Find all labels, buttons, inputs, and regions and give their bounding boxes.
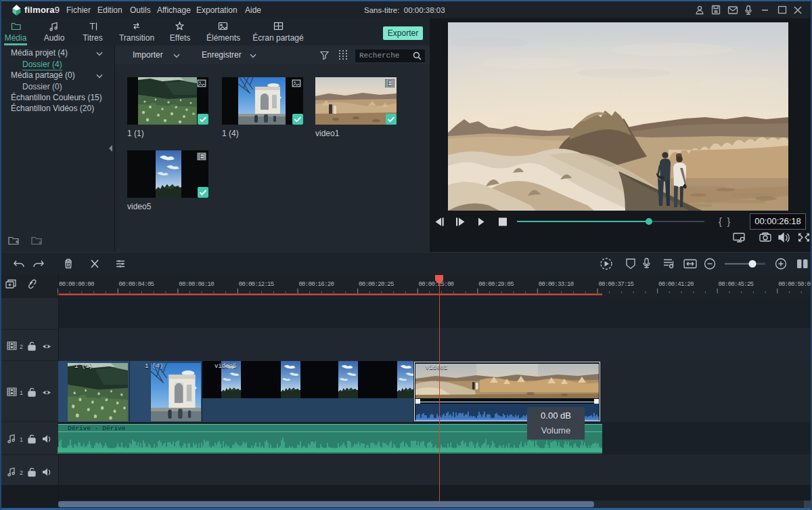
svg-text:00:00:20:25: 00:00:20:25 — [359, 281, 394, 288]
svg-text:00:00:50:00: 00:00:50:00 — [778, 281, 812, 288]
svg-text:00:00:08:10: 00:00:08:10 — [179, 281, 214, 288]
svg-text:00:00:37:15: 00:00:37:15 — [598, 281, 633, 288]
svg-text:00:00:33:10: 00:00:33:10 — [539, 281, 574, 288]
svg-text:2: 2 — [20, 343, 23, 350]
svg-text:00:00:16:20: 00:00:16:20 — [298, 281, 334, 288]
svg-text:00:00:45:25: 00:00:45:25 — [719, 281, 754, 288]
svg-text:00:00:12:15: 00:00:12:15 — [239, 281, 274, 288]
svg-text:2: 2 — [20, 469, 23, 476]
svg-text:1: 1 — [20, 436, 23, 443]
svg-text:00:00:29:05: 00:00:29:05 — [478, 281, 514, 288]
svg-text:00:00:00:00: 00:00:00:00 — [59, 281, 94, 288]
svg-text:00:00:04:05: 00:00:04:05 — [119, 281, 154, 288]
svg-text:1: 1 — [20, 389, 23, 396]
svg-text:00:00:41:20: 00:00:41:20 — [658, 281, 694, 288]
